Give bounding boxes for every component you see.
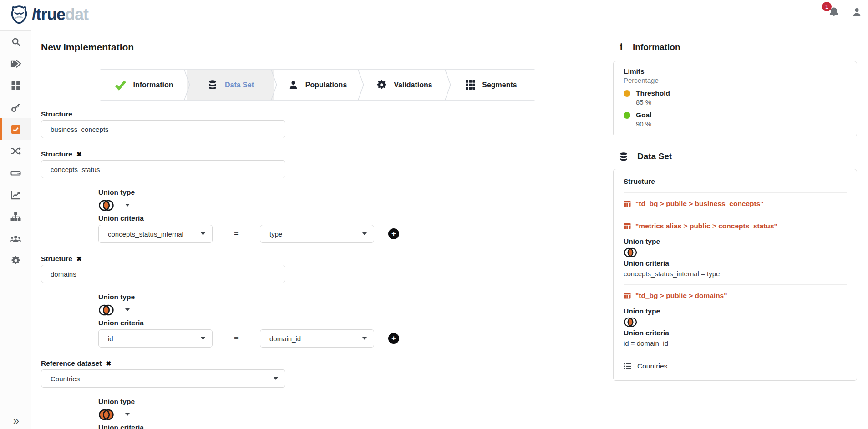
tab-populations[interactable]: Populations	[274, 70, 361, 100]
union-block: Union type Union criteria id = domai	[98, 293, 604, 348]
information-section-header: i Information	[619, 41, 868, 53]
brand-primary: /true	[32, 5, 65, 24]
threshold-label: Threshold	[636, 89, 670, 97]
table-icon	[624, 201, 631, 207]
remove-reference-dataset-icon[interactable]: ✖	[106, 360, 112, 367]
structure-link[interactable]: "td_bg > public > business_concepts"	[624, 200, 847, 208]
union-criteria-label: Union criteria	[624, 329, 847, 337]
sidebar-item-permissions[interactable]	[0, 96, 31, 118]
sidebar-item-quality-rules[interactable]	[0, 118, 31, 140]
tab-label: Data Set	[225, 81, 254, 89]
structure-link-text: "td_bg > public > business_concepts"	[635, 200, 764, 208]
goal-value: 90 %	[636, 120, 847, 128]
tab-label: Populations	[305, 81, 347, 89]
dataset-summary-card: Structure "td_bg > public > business_con…	[613, 169, 857, 381]
structure-input[interactable]	[41, 160, 285, 178]
divider	[624, 215, 847, 215]
page-title: New Implementation	[41, 42, 604, 53]
union-block: Union type Union criteria	[98, 398, 604, 429]
app-header: /truedat 1	[0, 0, 868, 30]
brand-secondary: dat	[65, 5, 88, 24]
lineage-icon	[10, 212, 21, 222]
union-criteria-label: Union criteria	[98, 214, 604, 222]
brand-text: /truedat	[32, 6, 88, 23]
field-label-text: Structure	[41, 255, 72, 263]
limits-subtitle: Percentage	[624, 76, 847, 84]
tab-segments[interactable]: Segments	[448, 70, 535, 100]
user-icon	[288, 80, 299, 90]
reference-dataset-select[interactable]: Countries	[41, 369, 285, 388]
remove-structure-icon[interactable]: ✖	[76, 256, 82, 262]
sidebar-item-dashboard[interactable]	[0, 75, 31, 96]
field-label-structure: Structure ✖	[41, 150, 604, 158]
structure-link[interactable]: "td_bg > public > domains"	[624, 292, 847, 300]
tab-data-set[interactable]: Data Set	[187, 70, 274, 100]
notification-badge: 1	[822, 2, 832, 11]
add-criteria-button[interactable]: +	[388, 333, 399, 344]
table-icon	[624, 293, 631, 299]
structure-link[interactable]: "metrics alias > public > concepts_statu…	[624, 222, 847, 230]
union-intersect-icon[interactable]	[98, 304, 114, 316]
chevron-down-icon[interactable]	[125, 204, 130, 207]
implementation-stepper: Information Data Set Populations	[100, 69, 535, 101]
reference-dataset-name: Countries	[637, 362, 667, 370]
field-label-text: Reference dataset	[41, 359, 102, 368]
user-menu-button[interactable]	[851, 7, 863, 20]
chevron-down-icon[interactable]	[125, 308, 130, 311]
reference-dataset-row: Countries	[624, 362, 847, 370]
union-right-select[interactable]: type	[260, 225, 374, 243]
chevron-down-icon[interactable]	[125, 413, 130, 416]
field-label-structure: Structure	[41, 110, 604, 118]
sidebar-item-settings[interactable]	[0, 249, 31, 271]
user-icon	[851, 7, 863, 18]
divider	[624, 354, 847, 354]
union-left-select[interactable]: concepts_status_internal	[98, 225, 213, 243]
storage-icon	[10, 168, 21, 177]
equals-operator: =	[213, 334, 260, 343]
union-right-select[interactable]: domain_id	[260, 329, 374, 348]
structure-heading: Structure	[624, 177, 847, 186]
structure-input[interactable]	[41, 265, 285, 283]
goal-dot	[624, 112, 630, 119]
notifications-button[interactable]: 1	[828, 6, 840, 19]
grid-icon	[11, 81, 20, 90]
grid-3x3-icon	[466, 80, 475, 90]
field-label-reference-dataset: Reference dataset ✖	[41, 359, 604, 368]
union-type-label: Union type	[624, 237, 847, 246]
brand-logo[interactable]: /truedat	[9, 5, 88, 25]
sidebar-item-storage[interactable]	[0, 162, 31, 184]
check-icon	[114, 80, 127, 91]
add-criteria-button[interactable]: +	[388, 228, 399, 239]
sidebar-item-groups[interactable]	[0, 227, 31, 249]
union-criteria-label: Union criteria	[98, 424, 604, 429]
field-label-text: Structure	[41, 150, 72, 158]
union-criteria-value: id = domain_id	[624, 339, 847, 347]
sidebar-expand-button[interactable]: »	[0, 414, 31, 427]
left-sidebar: »	[0, 30, 31, 429]
tab-validations[interactable]: Validations	[361, 70, 448, 100]
list-icon	[624, 363, 632, 370]
field-label-structure: Structure ✖	[41, 255, 604, 263]
goal-label: Goal	[636, 111, 651, 119]
sidebar-item-analytics[interactable]	[0, 184, 31, 206]
sidebar-item-search[interactable]	[0, 31, 31, 53]
sidebar-item-lineage[interactable]	[0, 206, 31, 227]
threshold-value: 85 %	[636, 98, 847, 106]
divider	[624, 192, 847, 193]
sidebar-item-connectors[interactable]	[0, 140, 31, 162]
structure-link-text: "td_bg > public > domains"	[635, 292, 727, 300]
database-icon	[619, 152, 629, 162]
union-type-label: Union type	[98, 398, 604, 406]
structure-input[interactable]	[41, 120, 285, 138]
info-icon: i	[619, 41, 624, 53]
tab-information[interactable]: Information	[100, 70, 187, 100]
key-icon	[11, 103, 20, 112]
dataset-form: Structure Structure ✖ Union type Union c…	[31, 110, 604, 429]
remove-structure-icon[interactable]: ✖	[76, 151, 82, 157]
union-intersect-icon[interactable]	[98, 199, 114, 212]
groups-icon	[10, 234, 21, 243]
sidebar-item-tags[interactable]	[0, 53, 31, 75]
union-left-select[interactable]: id	[98, 329, 213, 348]
union-full-icon[interactable]	[98, 409, 114, 421]
union-type-label: Union type	[98, 188, 604, 197]
